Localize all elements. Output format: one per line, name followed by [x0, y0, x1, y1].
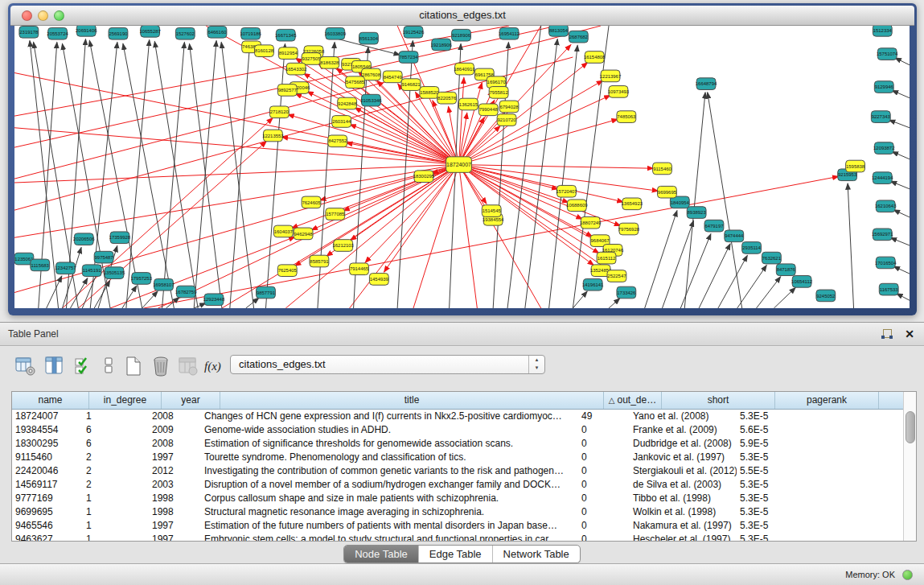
- graph-node[interactable]: 7624605: [302, 196, 321, 208]
- graph-node[interactable]: 2603144: [332, 116, 351, 128]
- table-vertical-scrollbar[interactable]: [903, 392, 916, 541]
- table-row[interactable]: 1938455462009Genome-wide association stu…: [12, 423, 916, 437]
- graph-node[interactable]: 12444194: [872, 172, 893, 184]
- graph-node[interactable]: 2935114: [742, 242, 762, 254]
- graph-node[interactable]: 9892577: [277, 84, 297, 97]
- graph-node[interactable]: 12093872: [873, 142, 894, 154]
- graph-node[interactable]: 19218906: [430, 39, 452, 51]
- graph-node[interactable]: 7625405: [277, 265, 297, 277]
- graph-node[interactable]: 9857791: [257, 286, 276, 299]
- graph-node[interactable]: 9210720: [497, 114, 516, 126]
- graph-node[interactable]: 7857234: [399, 51, 418, 64]
- graph-node[interactable]: 12213967: [600, 70, 621, 82]
- table-settings-icon[interactable]: [14, 355, 37, 377]
- graph-node[interactable]: 10655287: [139, 26, 160, 37]
- graph-node[interactable]: 8813054: [549, 26, 569, 36]
- graph-node[interactable]: 6794028: [499, 101, 519, 113]
- graph-node[interactable]: 19125426: [403, 26, 425, 38]
- graph-node[interactable]: 1733426: [617, 286, 636, 299]
- graph-node[interactable]: 17957253: [131, 273, 153, 285]
- graph-node[interactable]: 8454749: [383, 71, 402, 83]
- graph-node[interactable]: 8561304: [359, 32, 379, 44]
- column-header-short[interactable]: short: [662, 392, 775, 409]
- float-panel-icon[interactable]: [881, 329, 892, 340]
- select-rows-icon[interactable]: [72, 355, 95, 377]
- graph-node[interactable]: 1514545: [482, 205, 501, 217]
- graph-node[interactable]: 9129946: [874, 81, 893, 93]
- table-row[interactable]: 911546021997Tourette syndrome. Phenomeno…: [12, 451, 916, 464]
- table-row[interactable]: 1872400712008Changes of HCN gene express…: [12, 410, 916, 423]
- table-row[interactable]: 946362711997Embryonic stem cells: a mode…: [12, 533, 916, 542]
- graph-node[interactable]: 20691406: [76, 26, 97, 36]
- graph-node[interactable]: 16212103: [332, 240, 354, 252]
- graph-node[interactable]: 7485063: [617, 111, 636, 123]
- dropdown-stepper-icon[interactable]: ▲▼: [528, 356, 544, 373]
- graph-node[interactable]: 5475685: [346, 76, 365, 89]
- graph-node[interactable]: 9227343: [871, 111, 890, 123]
- graph-node[interactable]: 14196141: [582, 278, 603, 290]
- graph-node[interactable]: 16958107: [153, 278, 174, 290]
- graph-node[interactable]: 9146821: [401, 79, 421, 91]
- graph-node[interactable]: 2319178: [19, 26, 39, 38]
- close-panel-icon[interactable]: ✕: [905, 327, 914, 341]
- graph-node[interactable]: 9474444: [725, 230, 744, 242]
- column-header-title[interactable]: title: [220, 392, 604, 409]
- graph-node[interactable]: 8427552: [328, 135, 347, 147]
- graph-node[interactable]: 16954112: [499, 27, 519, 39]
- graph-node[interactable]: 16154808: [584, 51, 606, 64]
- graph-node[interactable]: 1588520: [420, 87, 439, 99]
- graph-node[interactable]: 12342757: [55, 262, 76, 274]
- delete-rows-trash-icon[interactable]: [150, 355, 172, 377]
- graph-hub-node[interactable]: 18724007: [446, 157, 472, 173]
- column-header-out_de[interactable]: △out_de…: [604, 392, 662, 409]
- graph-node[interactable]: 10654112: [791, 276, 812, 288]
- column-header-year[interactable]: year: [162, 392, 220, 409]
- graph-node[interactable]: 17359928: [109, 232, 131, 244]
- graph-node[interactable]: 2569190: [109, 27, 128, 39]
- graph-node[interactable]: 9245052: [816, 290, 836, 302]
- graph-node[interactable]: 9462948: [294, 228, 313, 240]
- graph-node[interactable]: 9218906: [452, 29, 471, 41]
- tab-edge-table[interactable]: Edge Table: [418, 546, 492, 562]
- network-window-titlebar[interactable]: citations_edges.txt: [10, 6, 914, 26]
- column-header-in_degree[interactable]: in_degree: [89, 392, 162, 409]
- graph-node[interactable]: 1527602: [175, 27, 195, 39]
- graph-node[interactable]: 9242848: [338, 97, 357, 109]
- column-header-name[interactable]: name: [12, 392, 89, 409]
- graph-node[interactable]: 7955812: [489, 87, 508, 99]
- graph-node[interactable]: 16543302: [285, 63, 306, 75]
- graph-node[interactable]: 1512334: [873, 26, 892, 36]
- graph-node[interactable]: 9327505: [302, 53, 321, 65]
- graph-node[interactable]: 2522547: [607, 270, 626, 282]
- graph-node[interactable]: 10688609: [566, 200, 587, 212]
- graph-node[interactable]: 2687682: [569, 31, 588, 43]
- graph-node[interactable]: 7990448: [478, 104, 498, 116]
- graph-node[interactable]: 7914465: [350, 263, 369, 275]
- graph-node[interactable]: 15751074: [877, 48, 898, 60]
- tab-network-table[interactable]: Network Table: [492, 546, 580, 562]
- graph-node[interactable]: 18640910: [454, 63, 475, 75]
- table-row[interactable]: 946554611997Estimation of the future num…: [12, 519, 916, 533]
- graph-node[interactable]: 16782759: [175, 286, 196, 298]
- graph-node[interactable]: 18807249: [580, 216, 601, 229]
- graph-node[interactable]: 16033809: [325, 27, 346, 39]
- graph-node[interactable]: 12923448: [203, 294, 225, 306]
- graph-node[interactable]: 13505135: [104, 267, 125, 279]
- graph-node[interactable]: 17016504: [875, 257, 897, 269]
- graph-node[interactable]: 8186328: [320, 57, 339, 69]
- graph-node[interactable]: 1115683: [31, 259, 50, 271]
- table-row[interactable]: 2242004622012Investigating the contribut…: [12, 464, 916, 478]
- graph-node[interactable]: 8160128: [255, 45, 274, 57]
- graph-node[interactable]: 6479197: [704, 220, 724, 232]
- citation-network-graph[interactable]: 2319178205537242069140625691901065528715…: [14, 26, 910, 308]
- graph-node[interactable]: 16648794: [696, 78, 717, 90]
- graph-node[interactable]: 7632621: [762, 252, 781, 264]
- table-row[interactable]: 1830029562008Estimation of significance …: [12, 437, 916, 451]
- graph-node[interactable]: 18300295: [413, 171, 435, 183]
- graph-node[interactable]: 21053346: [360, 94, 382, 106]
- column-header-pagerank[interactable]: pagerank: [775, 392, 879, 409]
- graph-node[interactable]: 1454939: [369, 274, 388, 286]
- row-height-icon[interactable]: [98, 355, 121, 377]
- function-builder-icon[interactable]: f(x): [204, 355, 232, 377]
- table-selector-dropdown[interactable]: citations_edges.txt ▲▼: [230, 355, 545, 374]
